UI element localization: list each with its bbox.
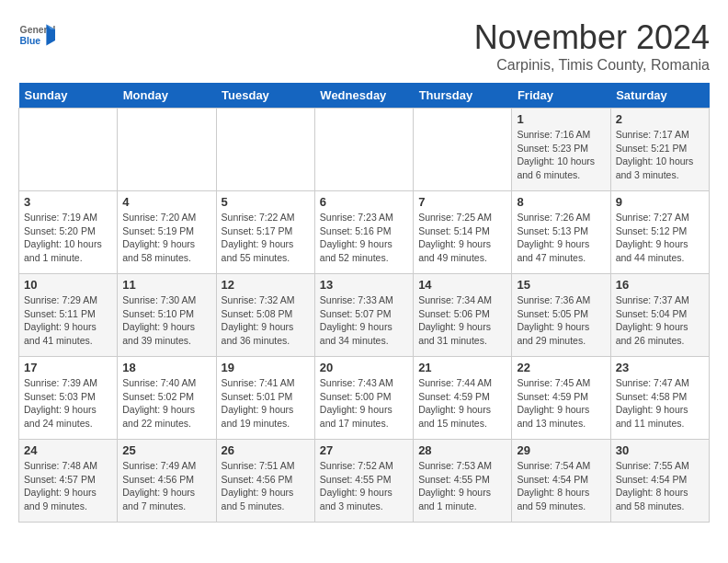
week-row-3: 10Sunrise: 7:29 AM Sunset: 5:11 PM Dayli… bbox=[19, 274, 710, 357]
calendar-cell bbox=[216, 109, 314, 191]
calendar-cell: 29Sunrise: 7:54 AM Sunset: 4:54 PM Dayli… bbox=[512, 440, 610, 523]
day-info: Sunrise: 7:39 AM Sunset: 5:03 PM Dayligh… bbox=[24, 376, 112, 431]
calendar-table: SundayMondayTuesdayWednesdayThursdayFrid… bbox=[18, 83, 710, 523]
calendar-cell bbox=[414, 109, 512, 191]
day-info: Sunrise: 7:54 AM Sunset: 4:54 PM Dayligh… bbox=[517, 459, 605, 513]
day-info: Sunrise: 7:33 AM Sunset: 5:07 PM Dayligh… bbox=[320, 293, 408, 348]
calendar-cell: 19Sunrise: 7:41 AM Sunset: 5:01 PM Dayli… bbox=[216, 357, 314, 440]
calendar-cell: 26Sunrise: 7:51 AM Sunset: 4:56 PM Dayli… bbox=[216, 440, 314, 523]
calendar-cell: 5Sunrise: 7:22 AM Sunset: 5:17 PM Daylig… bbox=[216, 191, 314, 274]
calendar-cell: 9Sunrise: 7:27 AM Sunset: 5:12 PM Daylig… bbox=[610, 191, 709, 274]
day-number: 26 bbox=[222, 443, 310, 457]
day-number: 13 bbox=[320, 278, 408, 292]
day-number: 6 bbox=[320, 195, 408, 209]
subtitle: Carpinis, Timis County, Romania bbox=[474, 57, 710, 74]
day-info: Sunrise: 7:44 AM Sunset: 4:59 PM Dayligh… bbox=[418, 376, 506, 431]
calendar-cell: 27Sunrise: 7:52 AM Sunset: 4:55 PM Dayli… bbox=[314, 440, 413, 523]
day-info: Sunrise: 7:40 AM Sunset: 5:02 PM Dayligh… bbox=[122, 376, 210, 431]
weekday-header-saturday: Saturday bbox=[610, 83, 709, 109]
day-number: 28 bbox=[418, 443, 506, 457]
weekday-header-wednesday: Wednesday bbox=[314, 83, 413, 109]
calendar-cell: 2Sunrise: 7:17 AM Sunset: 5:21 PM Daylig… bbox=[610, 109, 709, 191]
day-info: Sunrise: 7:29 AM Sunset: 5:11 PM Dayligh… bbox=[24, 293, 112, 348]
calendar-cell: 12Sunrise: 7:32 AM Sunset: 5:08 PM Dayli… bbox=[216, 274, 314, 357]
weekday-header-row: SundayMondayTuesdayWednesdayThursdayFrid… bbox=[19, 83, 710, 109]
day-info: Sunrise: 7:27 AM Sunset: 5:12 PM Dayligh… bbox=[616, 211, 704, 265]
calendar-cell: 15Sunrise: 7:36 AM Sunset: 5:05 PM Dayli… bbox=[512, 274, 610, 357]
day-info: Sunrise: 7:47 AM Sunset: 4:58 PM Dayligh… bbox=[616, 376, 704, 431]
day-info: Sunrise: 7:55 AM Sunset: 4:54 PM Dayligh… bbox=[616, 459, 704, 513]
day-info: Sunrise: 7:19 AM Sunset: 5:20 PM Dayligh… bbox=[24, 211, 112, 265]
calendar-cell bbox=[314, 109, 413, 191]
day-info: Sunrise: 7:51 AM Sunset: 4:56 PM Dayligh… bbox=[222, 459, 310, 513]
calendar-cell: 16Sunrise: 7:37 AM Sunset: 5:04 PM Dayli… bbox=[610, 274, 709, 357]
calendar-cell: 11Sunrise: 7:30 AM Sunset: 5:10 PM Dayli… bbox=[118, 274, 216, 357]
day-info: Sunrise: 7:43 AM Sunset: 5:00 PM Dayligh… bbox=[320, 376, 408, 431]
day-info: Sunrise: 7:25 AM Sunset: 5:14 PM Dayligh… bbox=[418, 211, 506, 265]
day-info: Sunrise: 7:37 AM Sunset: 5:04 PM Dayligh… bbox=[616, 293, 704, 348]
day-info: Sunrise: 7:48 AM Sunset: 4:57 PM Dayligh… bbox=[24, 459, 112, 513]
day-number: 3 bbox=[24, 195, 112, 209]
day-number: 29 bbox=[517, 443, 605, 457]
day-number: 24 bbox=[24, 443, 112, 457]
day-number: 21 bbox=[418, 361, 506, 374]
month-title: November 2024 bbox=[474, 18, 710, 57]
logo-icon: General Blue bbox=[18, 18, 55, 55]
day-info: Sunrise: 7:22 AM Sunset: 5:17 PM Dayligh… bbox=[222, 211, 310, 265]
calendar-cell: 25Sunrise: 7:49 AM Sunset: 4:56 PM Dayli… bbox=[118, 440, 216, 523]
day-number: 25 bbox=[122, 443, 210, 457]
day-info: Sunrise: 7:36 AM Sunset: 5:05 PM Dayligh… bbox=[517, 293, 605, 348]
day-info: Sunrise: 7:53 AM Sunset: 4:55 PM Dayligh… bbox=[418, 459, 506, 513]
week-row-5: 24Sunrise: 7:48 AM Sunset: 4:57 PM Dayli… bbox=[19, 440, 710, 523]
day-number: 8 bbox=[517, 195, 605, 209]
week-row-1: 1Sunrise: 7:16 AM Sunset: 5:23 PM Daylig… bbox=[19, 109, 710, 191]
day-number: 12 bbox=[222, 278, 310, 292]
day-number: 1 bbox=[517, 112, 605, 126]
day-info: Sunrise: 7:23 AM Sunset: 5:16 PM Dayligh… bbox=[320, 211, 408, 265]
calendar-cell bbox=[118, 109, 216, 191]
calendar-cell: 18Sunrise: 7:40 AM Sunset: 5:02 PM Dayli… bbox=[118, 357, 216, 440]
calendar-cell: 8Sunrise: 7:26 AM Sunset: 5:13 PM Daylig… bbox=[512, 191, 610, 274]
day-number: 23 bbox=[616, 361, 704, 374]
day-number: 18 bbox=[122, 361, 210, 374]
day-info: Sunrise: 7:26 AM Sunset: 5:13 PM Dayligh… bbox=[517, 211, 605, 265]
week-row-4: 17Sunrise: 7:39 AM Sunset: 5:03 PM Dayli… bbox=[19, 357, 710, 440]
weekday-header-thursday: Thursday bbox=[414, 83, 512, 109]
calendar-cell: 30Sunrise: 7:55 AM Sunset: 4:54 PM Dayli… bbox=[610, 440, 709, 523]
day-info: Sunrise: 7:20 AM Sunset: 5:19 PM Dayligh… bbox=[122, 211, 210, 265]
day-info: Sunrise: 7:45 AM Sunset: 4:59 PM Dayligh… bbox=[517, 376, 605, 431]
day-number: 17 bbox=[24, 361, 112, 374]
weekday-header-monday: Monday bbox=[118, 83, 216, 109]
day-number: 22 bbox=[517, 361, 605, 374]
day-info: Sunrise: 7:41 AM Sunset: 5:01 PM Dayligh… bbox=[222, 376, 310, 431]
calendar-cell: 23Sunrise: 7:47 AM Sunset: 4:58 PM Dayli… bbox=[610, 357, 709, 440]
day-number: 15 bbox=[517, 278, 605, 292]
week-row-2: 3Sunrise: 7:19 AM Sunset: 5:20 PM Daylig… bbox=[19, 191, 710, 274]
day-number: 16 bbox=[616, 278, 704, 292]
logo: General Blue bbox=[18, 18, 55, 55]
calendar-cell: 22Sunrise: 7:45 AM Sunset: 4:59 PM Dayli… bbox=[512, 357, 610, 440]
calendar-cell bbox=[19, 109, 118, 191]
day-number: 14 bbox=[418, 278, 506, 292]
day-number: 11 bbox=[122, 278, 210, 292]
day-number: 2 bbox=[616, 112, 704, 126]
calendar-cell: 20Sunrise: 7:43 AM Sunset: 5:00 PM Dayli… bbox=[314, 357, 413, 440]
day-info: Sunrise: 7:49 AM Sunset: 4:56 PM Dayligh… bbox=[122, 459, 210, 513]
calendar-cell: 13Sunrise: 7:33 AM Sunset: 5:07 PM Dayli… bbox=[314, 274, 413, 357]
day-number: 4 bbox=[122, 195, 210, 209]
calendar-cell: 17Sunrise: 7:39 AM Sunset: 5:03 PM Dayli… bbox=[19, 357, 118, 440]
title-area: November 2024 Carpinis, Timis County, Ro… bbox=[474, 18, 710, 74]
day-info: Sunrise: 7:32 AM Sunset: 5:08 PM Dayligh… bbox=[222, 293, 310, 348]
day-number: 27 bbox=[320, 443, 408, 457]
calendar-cell: 14Sunrise: 7:34 AM Sunset: 5:06 PM Dayli… bbox=[414, 274, 512, 357]
svg-text:Blue: Blue bbox=[20, 36, 41, 46]
day-info: Sunrise: 7:34 AM Sunset: 5:06 PM Dayligh… bbox=[418, 293, 506, 348]
day-info: Sunrise: 7:30 AM Sunset: 5:10 PM Dayligh… bbox=[122, 293, 210, 348]
calendar-cell: 1Sunrise: 7:16 AM Sunset: 5:23 PM Daylig… bbox=[512, 109, 610, 191]
weekday-header-friday: Friday bbox=[512, 83, 610, 109]
day-number: 19 bbox=[222, 361, 310, 374]
calendar-cell: 21Sunrise: 7:44 AM Sunset: 4:59 PM Dayli… bbox=[414, 357, 512, 440]
day-number: 30 bbox=[616, 443, 704, 457]
day-info: Sunrise: 7:52 AM Sunset: 4:55 PM Dayligh… bbox=[320, 459, 408, 513]
calendar-cell: 4Sunrise: 7:20 AM Sunset: 5:19 PM Daylig… bbox=[118, 191, 216, 274]
